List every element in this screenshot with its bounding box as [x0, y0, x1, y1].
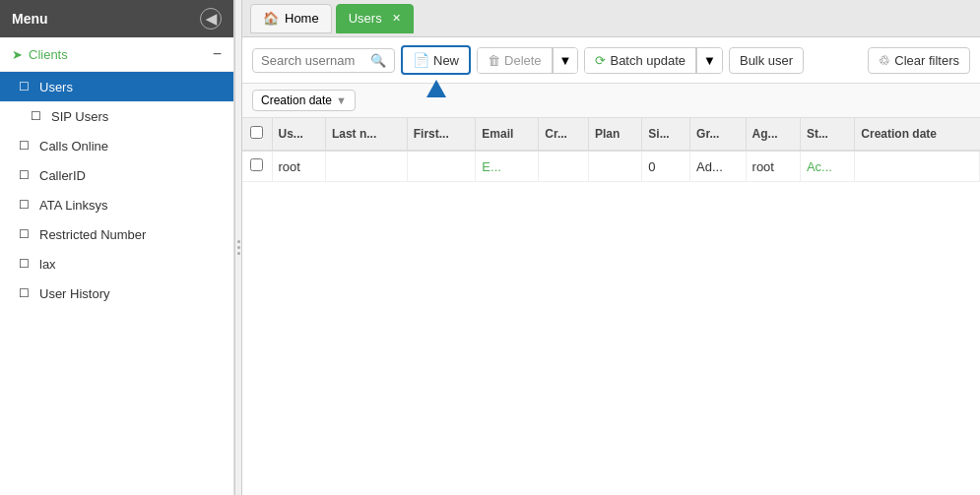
sidebar-item-restricted-number-label: Restricted Number — [39, 227, 146, 242]
filter-close-icon[interactable]: ▼ — [336, 94, 347, 106]
users-icon: ☐ — [16, 79, 32, 94]
delete-icon: 🗑 — [488, 53, 500, 68]
delete-btn-group: 🗑 Delete ▼ — [477, 47, 578, 74]
callerid-icon: ☐ — [16, 167, 32, 183]
sip-users-icon: ☐ — [28, 108, 43, 124]
new-arrow-indicator — [426, 80, 446, 97]
row-checkbox-input[interactable] — [250, 158, 263, 171]
search-icon: 🔍 — [370, 53, 386, 68]
main-content: 🏠 Home Users ✕ 🔍 📄 New 🗑 Delete ▼ — [242, 0, 980, 495]
sidebar-item-lax[interactable]: ☐ lax — [0, 249, 233, 278]
sidebar-header: Menu ◀ — [0, 0, 233, 37]
sidebar: Menu ◀ ➤ Clients − ☐ Users ☐ SIP Users ☐… — [0, 0, 234, 495]
header-checkbox-col[interactable] — [242, 118, 272, 151]
bulk-user-button[interactable]: Bulk user — [729, 47, 804, 74]
cell-plan — [588, 151, 641, 182]
restricted-number-icon: ☐ — [16, 226, 32, 242]
tab-bar: 🏠 Home Users ✕ — [242, 0, 980, 37]
cell-ag: root — [746, 151, 800, 182]
home-icon: 🏠 — [263, 11, 279, 26]
new-icon: 📄 — [413, 52, 429, 68]
col-gr[interactable]: Gr... — [690, 118, 746, 151]
ata-linksys-icon: ☐ — [16, 197, 32, 213]
sidebar-item-user-history-label: User History — [39, 286, 110, 301]
new-button[interactable]: 📄 New — [401, 45, 471, 75]
col-email[interactable]: Email — [476, 118, 539, 151]
col-username[interactable]: Us... — [272, 118, 325, 151]
users-table: Us... Last n... First... Email Cr... Pla… — [242, 118, 980, 182]
tab-home[interactable]: 🏠 Home — [250, 4, 332, 33]
status-value: Ac... — [807, 159, 832, 174]
batch-update-button[interactable]: ⟳ Batch update — [585, 48, 696, 73]
menu-label: Menu — [12, 11, 48, 27]
col-last-name[interactable]: Last n... — [325, 118, 407, 151]
resize-dot-2 — [237, 246, 240, 249]
sidebar-item-restricted-number[interactable]: ☐ Restricted Number — [0, 219, 233, 249]
lax-icon: ☐ — [16, 256, 32, 272]
collapse-icon[interactable]: ◀ — [200, 8, 222, 30]
row-checkbox[interactable] — [242, 151, 272, 182]
filter-icon: ♲ — [879, 53, 890, 68]
tab-users-close-icon[interactable]: ✕ — [392, 12, 401, 25]
batch-dropdown-arrow[interactable]: ▼ — [696, 48, 722, 73]
filter-bar: Creation date ▼ — [242, 84, 980, 118]
col-cr[interactable]: Cr... — [539, 118, 589, 151]
resize-handle[interactable] — [234, 0, 242, 495]
clear-filters-button[interactable]: ♲ Clear filters — [868, 47, 970, 74]
col-st[interactable]: St... — [800, 118, 854, 151]
tab-home-label: Home — [285, 11, 319, 26]
col-creation-date[interactable]: Creation date — [855, 118, 980, 151]
delete-button[interactable]: 🗑 Delete — [478, 48, 553, 73]
clients-section[interactable]: ➤ Clients − — [0, 37, 233, 72]
col-si[interactable]: Si... — [642, 118, 690, 151]
col-first-name[interactable]: First... — [407, 118, 476, 151]
sidebar-item-calls-online[interactable]: ☐ Calls Online — [0, 131, 233, 160]
sidebar-item-callerid-label: CallerID — [39, 168, 86, 183]
tab-users-label: Users — [349, 11, 382, 26]
cell-username[interactable]: root — [272, 151, 325, 182]
sidebar-item-sip-users-label: SIP Users — [51, 109, 108, 124]
sidebar-item-sip-users[interactable]: ☐ SIP Users — [0, 101, 233, 131]
email-link[interactable]: E... — [482, 159, 501, 174]
batch-update-label: Batch update — [610, 53, 686, 68]
sidebar-item-calls-online-label: Calls Online — [39, 139, 108, 154]
table-row: root E... 0 Ad... root Ac... — [242, 151, 980, 182]
clients-collapse-icon[interactable]: − — [213, 45, 222, 63]
col-plan[interactable]: Plan — [588, 118, 641, 151]
sidebar-item-users[interactable]: ☐ Users — [0, 72, 233, 101]
toolbar: 🔍 📄 New 🗑 Delete ▼ ⟳ Batch update ▼ Bu — [242, 37, 980, 84]
sidebar-item-ata-linksys[interactable]: ☐ ATA Linksys — [0, 190, 233, 219]
creation-date-filter[interactable]: Creation date ▼ — [252, 90, 356, 111]
bulk-user-label: Bulk user — [740, 53, 793, 68]
clear-filters-label: Clear filters — [894, 53, 959, 68]
sidebar-item-callerid[interactable]: ☐ CallerID — [0, 160, 233, 190]
select-all-checkbox[interactable] — [250, 126, 263, 139]
new-btn-container: 📄 New — [401, 45, 471, 75]
batch-btn-group: ⟳ Batch update ▼ — [584, 47, 723, 74]
sidebar-item-users-label: Users — [39, 80, 73, 94]
resize-dot-1 — [237, 240, 240, 243]
cell-gr: Ad... — [690, 151, 746, 182]
cell-last-name — [325, 151, 407, 182]
cell-si: 0 — [642, 151, 690, 182]
cell-email[interactable]: E... — [476, 151, 539, 182]
col-ag[interactable]: Ag... — [746, 118, 800, 151]
cell-creation-date — [855, 151, 980, 182]
search-input[interactable] — [261, 53, 366, 68]
sidebar-item-user-history[interactable]: ☐ User History — [0, 278, 233, 308]
user-history-icon: ☐ — [16, 285, 32, 301]
calls-online-icon: ☐ — [16, 138, 32, 154]
sidebar-item-lax-label: lax — [39, 257, 56, 272]
table-header-row: Us... Last n... First... Email Cr... Pla… — [242, 118, 980, 151]
tab-users[interactable]: Users ✕ — [336, 4, 414, 33]
cell-first-name — [407, 151, 476, 182]
table-container: Us... Last n... First... Email Cr... Pla… — [242, 118, 980, 495]
clients-label: ➤ Clients — [12, 47, 68, 62]
new-button-label: New — [433, 53, 459, 68]
cell-st: Ac... — [800, 151, 854, 182]
search-box[interactable]: 🔍 — [252, 48, 395, 73]
batch-icon: ⟳ — [595, 53, 606, 68]
resize-dot-3 — [237, 252, 240, 255]
sidebar-item-ata-linksys-label: ATA Linksys — [39, 198, 108, 213]
delete-dropdown-arrow[interactable]: ▼ — [553, 48, 578, 73]
